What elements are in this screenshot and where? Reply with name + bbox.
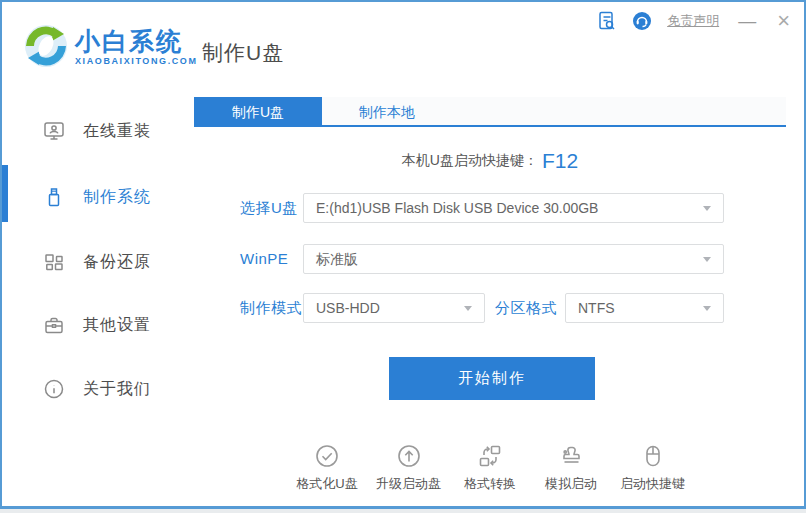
sidebar-item-make-system[interactable]: 制作系统 xyxy=(43,185,151,209)
start-make-button[interactable]: 开始制作 xyxy=(389,357,595,400)
app-logo-text: 小白系统 XIAOBAIXITONG.COM xyxy=(75,28,198,66)
tool-simulate-boot[interactable]: 模拟启动 xyxy=(539,443,603,493)
tool-label: 模拟启动 xyxy=(545,475,597,493)
sidebar-item-label: 其他设置 xyxy=(83,315,151,336)
sidebar-item-label: 关于我们 xyxy=(83,379,151,400)
partition-format-value: NTFS xyxy=(578,294,615,322)
make-mode-value: USB-HDD xyxy=(316,294,380,322)
sidebar-item-backup-restore[interactable]: 备份还原 xyxy=(43,250,151,274)
toolbox-icon xyxy=(43,314,65,336)
partition-format-label: 分区格式 xyxy=(495,299,557,317)
info-icon xyxy=(43,378,65,400)
tool-label: 升级启动盘 xyxy=(376,475,441,493)
sidebar-item-online-reinstall[interactable]: 在线重装 xyxy=(43,119,151,143)
usb-select-label: 选择U盘 xyxy=(240,199,298,217)
simulate-boot-icon xyxy=(558,443,584,469)
sidebar-item-label: 制作系统 xyxy=(83,187,151,208)
partition-format-dropdown[interactable]: NTFS xyxy=(565,293,724,323)
computer-reinstall-icon xyxy=(43,120,65,142)
tool-label: 格式化U盘 xyxy=(296,475,357,493)
sidebar-item-about-us[interactable]: 关于我们 xyxy=(43,377,151,401)
disclaimer-doc-icon[interactable] xyxy=(597,11,617,31)
usb-drive-icon xyxy=(43,186,65,208)
tool-label: 启动快捷键 xyxy=(620,475,685,493)
winpe-label: WinPE xyxy=(240,250,288,268)
boot-hotkey-label: 本机U盘启动快捷键： xyxy=(402,152,538,168)
make-mode-dropdown[interactable]: USB-HDD xyxy=(303,293,485,323)
make-mode-label: 制作模式 xyxy=(240,299,302,317)
boot-hotkey-icon xyxy=(640,443,666,469)
app-logo-icon xyxy=(23,23,69,69)
minimize-button[interactable]: — xyxy=(734,12,760,30)
tool-format-usb[interactable]: 格式化U盘 xyxy=(295,443,359,493)
winpe-value: 标准版 xyxy=(316,245,358,273)
chevron-down-icon xyxy=(464,306,472,311)
tab-make-usb[interactable]: 制作U盘 xyxy=(194,97,322,127)
usb-select-dropdown[interactable]: E:(hd1)USB Flash Disk USB Device 30.00GB xyxy=(303,193,724,223)
winpe-dropdown[interactable]: 标准版 xyxy=(303,244,724,274)
format-usb-icon xyxy=(314,443,340,469)
customer-service-icon[interactable] xyxy=(632,11,652,31)
titlebar-controls: 免责声明 — × xyxy=(597,8,792,34)
chevron-down-icon xyxy=(703,306,711,311)
page-title: 制作U盘 xyxy=(202,39,284,67)
app-name: 小白系统 xyxy=(75,28,198,54)
chevron-down-icon xyxy=(703,206,711,211)
disclaimer-link[interactable]: 免责声明 xyxy=(667,12,719,30)
tabstrip: 制作U盘 制作本地 xyxy=(194,97,786,127)
sidebar-item-label: 备份还原 xyxy=(83,252,151,273)
tool-upgrade-boot[interactable]: 升级启动盘 xyxy=(376,443,441,493)
boot-hotkey-line: 本机U盘启动快捷键：F12 xyxy=(194,149,786,173)
backup-restore-icon xyxy=(43,251,65,273)
tab-make-local[interactable]: 制作本地 xyxy=(322,97,452,127)
close-button[interactable]: × xyxy=(775,12,792,30)
app-window: 小白系统 XIAOBAIXITONG.COM 制作U盘 免责声明 — × xyxy=(0,0,806,509)
tool-boot-hotkey[interactable]: 启动快捷键 xyxy=(620,443,685,493)
sidebar-item-other-settings[interactable]: 其他设置 xyxy=(43,313,151,337)
sidebar-item-label: 在线重装 xyxy=(83,121,151,142)
app-domain: XIAOBAIXITONG.COM xyxy=(75,56,198,66)
format-convert-icon xyxy=(477,443,503,469)
boot-hotkey-value: F12 xyxy=(542,149,578,172)
footer-toolbar: 格式化U盘 升级启动盘 格式转换 xyxy=(194,443,786,493)
tool-format-convert[interactable]: 格式转换 xyxy=(458,443,522,493)
sidebar-active-indicator xyxy=(2,165,8,222)
tool-label: 格式转换 xyxy=(464,475,516,493)
upgrade-boot-icon xyxy=(396,443,422,469)
chevron-down-icon xyxy=(703,257,711,262)
usb-select-value: E:(hd1)USB Flash Disk USB Device 30.00GB xyxy=(316,194,598,222)
